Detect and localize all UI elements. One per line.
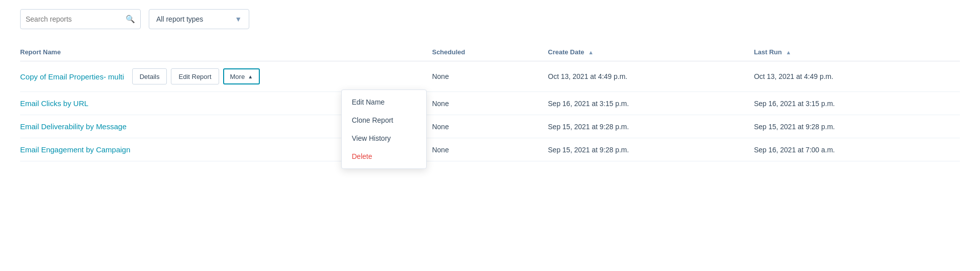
dropdown-item-clone-report[interactable]: Clone Report xyxy=(342,111,426,129)
create-date-cell: Sep 15, 2021 at 9:28 p.m. xyxy=(548,138,754,161)
row-actions: DetailsEdit ReportMore▲ xyxy=(132,68,260,84)
edit-report-button[interactable]: Edit Report xyxy=(171,68,219,84)
toolbar: 🔍 All report types ▼ xyxy=(20,9,960,29)
create-date-cell: Sep 15, 2021 at 9:28 p.m. xyxy=(548,115,754,138)
scheduled-cell: None xyxy=(432,138,548,161)
chevron-up-icon: ▲ xyxy=(248,74,253,79)
report-name-link[interactable]: Email Clicks by URL xyxy=(20,99,88,108)
table-header-row: Report Name Scheduled Create Date ▲ Last… xyxy=(20,43,960,61)
last-run-cell: Oct 13, 2021 at 4:49 p.m. xyxy=(754,61,960,92)
table-row: Email Clicks by URLNoneSep 16, 2021 at 3… xyxy=(20,92,960,115)
details-button[interactable]: Details xyxy=(132,68,167,84)
dropdown-item-edit-name[interactable]: Edit Name xyxy=(342,93,426,111)
page-wrapper: 🔍 All report types ▼ Report Name Schedul… xyxy=(0,0,980,271)
report-type-label: All report types xyxy=(156,15,203,23)
more-label: More xyxy=(230,73,245,80)
more-button[interactable]: More▲ xyxy=(223,68,260,84)
sort-icon-create: ▲ xyxy=(588,49,594,55)
more-dropdown-menu: Edit NameClone ReportView HistoryDelete xyxy=(341,89,427,169)
report-name-link[interactable]: Copy of Email Properties- multi xyxy=(20,72,124,81)
dropdown-item-delete[interactable]: Delete xyxy=(342,147,426,165)
chevron-down-icon: ▼ xyxy=(235,15,242,23)
scheduled-cell: None xyxy=(432,115,548,138)
table-row: Copy of Email Properties- multiDetailsEd… xyxy=(20,61,960,92)
search-icon: 🔍 xyxy=(126,15,135,24)
last-run-cell: Sep 16, 2021 at 3:15 p.m. xyxy=(754,92,960,115)
report-type-select[interactable]: All report types ▼ xyxy=(149,9,249,29)
create-date-cell: Oct 13, 2021 at 4:49 p.m. xyxy=(548,61,754,92)
report-name-link[interactable]: Email Deliverability by Message xyxy=(20,122,127,131)
table-row: Email Engagement by CampaignNoneSep 15, … xyxy=(20,138,960,161)
create-date-cell: Sep 16, 2021 at 3:15 p.m. xyxy=(548,92,754,115)
scheduled-cell: None xyxy=(432,61,548,92)
sort-icon-lastrun: ▲ xyxy=(786,49,791,55)
report-name-link[interactable]: Email Engagement by Campaign xyxy=(20,145,130,154)
dropdown-item-view-history[interactable]: View History xyxy=(342,129,426,147)
table-row: Email Deliverability by MessageNoneSep 1… xyxy=(20,115,960,138)
col-header-create-date: Create Date ▲ xyxy=(548,43,754,61)
last-run-cell: Sep 15, 2021 at 9:28 p.m. xyxy=(754,115,960,138)
reports-table: Report Name Scheduled Create Date ▲ Last… xyxy=(20,43,960,161)
search-input-wrapper[interactable]: 🔍 xyxy=(20,9,141,29)
scheduled-cell: None xyxy=(432,92,548,115)
last-run-cell: Sep 16, 2021 at 7:00 a.m. xyxy=(754,138,960,161)
col-header-last-run: Last Run ▲ xyxy=(754,43,960,61)
search-input[interactable] xyxy=(26,15,124,23)
col-header-report-name: Report Name xyxy=(20,43,432,61)
col-header-scheduled: Scheduled xyxy=(432,43,548,61)
